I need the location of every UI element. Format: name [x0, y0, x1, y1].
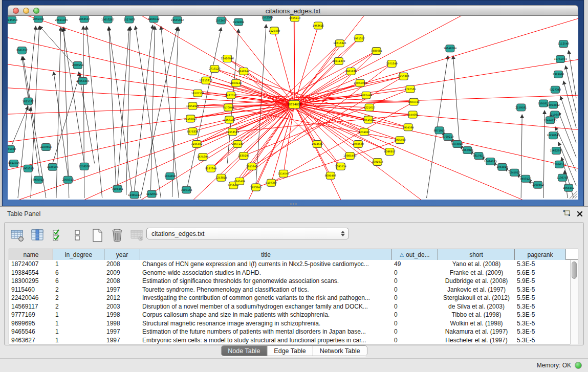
panel-splitter-handle[interactable]: [290, 203, 298, 206]
table-cell[interactable]: Estimation of significance thresholds fo…: [140, 277, 392, 286]
table-cell[interactable]: 2: [53, 294, 104, 302]
table-cell[interactable]: 5.3E-5: [515, 286, 566, 294]
graph-edge-red[interactable]: [214, 69, 408, 127]
table-cell[interactable]: Hescheler et al. (1997): [438, 336, 515, 345]
table-cell[interactable]: 22420046: [9, 294, 53, 302]
graph-edge-black[interactable]: [86, 26, 102, 198]
column-header-year[interactable]: year: [104, 249, 140, 260]
table-cell[interactable]: 1: [53, 311, 104, 319]
table-cell[interactable]: 5.5E-5: [515, 294, 566, 302]
table-cell[interactable]: 9699695: [9, 319, 53, 328]
table-row[interactable]: 946554611997Estimation of the future num…: [9, 327, 570, 336]
table-cell[interactable]: 49: [392, 260, 438, 269]
column-header-out_de[interactable]: △out_de...: [392, 249, 438, 260]
table-cell[interactable]: 14569117: [9, 302, 53, 311]
graph-edge-black[interactable]: [126, 27, 130, 195]
table-cell[interactable]: Genome-wide association studies in ADHD.: [140, 269, 392, 277]
table-scrollbar[interactable]: [570, 260, 578, 344]
table-row[interactable]: 946362711997Embryonic stem cells: a mode…: [9, 336, 570, 345]
memory-status-icon[interactable]: [575, 362, 582, 369]
table-cell[interactable]: 5.3E-5: [515, 302, 566, 311]
table-cell[interactable]: 5.3E-5: [515, 260, 566, 269]
scrollbar-thumb[interactable]: [572, 261, 577, 279]
graph-edge-black[interactable]: [569, 51, 576, 98]
graph-edge-red[interactable]: [252, 76, 403, 166]
table-row[interactable]: 911546021997Tourette syndrome. Phenomeno…: [9, 286, 570, 294]
table-cell[interactable]: 2003: [104, 302, 140, 311]
table-cell[interactable]: 5.3E-5: [515, 327, 566, 336]
graph-edge-red[interactable]: [294, 18, 295, 104]
table-cell[interactable]: 0: [392, 286, 438, 294]
table-cell[interactable]: Tibbo et al. (1998): [438, 311, 515, 319]
table-cell[interactable]: Estimation of the future numbers of pati…: [140, 327, 392, 336]
table-cell[interactable]: 1: [53, 327, 104, 336]
tab-node-table[interactable]: Node Table: [221, 346, 267, 356]
close-panel-icon[interactable]: [577, 210, 583, 219]
table-selector-dropdown[interactable]: citations_edges.txt: [146, 228, 349, 239]
column-header-title[interactable]: title: [140, 249, 392, 260]
graph-edge-black[interactable]: [22, 57, 28, 98]
table-cell[interactable]: 5.3E-5: [515, 336, 566, 345]
table-cell[interactable]: 1998: [104, 319, 140, 328]
table-cell[interactable]: 1: [53, 336, 104, 345]
table-mode-icon[interactable]: [10, 227, 25, 244]
table-cell[interactable]: 6: [53, 277, 104, 286]
table-cell[interactable]: 2: [53, 302, 104, 311]
show-columns-icon[interactable]: [30, 227, 45, 244]
graph-edge-black[interactable]: [83, 26, 84, 198]
table-cell[interactable]: Tourette syndrome. Phenomenology and cla…: [140, 286, 392, 294]
table-row[interactable]: 1872400712008Changes of HCN gene express…: [9, 260, 570, 269]
resize-grip-icon[interactable]: [570, 191, 577, 199]
table-cell[interactable]: Jankovic et al. (1997): [438, 286, 515, 294]
graph-edge-black[interactable]: [135, 25, 153, 191]
table-cell[interactable]: 2008: [104, 277, 140, 286]
table-cell[interactable]: 1: [53, 260, 104, 269]
graph-edge-red[interactable]: [294, 104, 570, 200]
table-cell[interactable]: 0: [392, 302, 438, 311]
table-cell[interactable]: Wolkin et al. (1998): [438, 319, 515, 328]
table-row[interactable]: 2242004622012Investigating the contribut…: [9, 294, 570, 302]
table-row[interactable]: 1938455462009Genome-wide association stu…: [9, 269, 570, 277]
table-cell[interactable]: 0: [392, 319, 438, 328]
table-cell[interactable]: 5.3E-5: [515, 311, 566, 319]
table-row[interactable]: 1830029562008Estimation of significance …: [9, 277, 570, 286]
table-cell[interactable]: 1998: [104, 311, 140, 319]
float-panel-icon[interactable]: [563, 210, 571, 219]
table-cell[interactable]: Embryonic stem cells: a model to study s…: [140, 336, 392, 345]
table-cell[interactable]: 2: [53, 286, 104, 294]
table-cell[interactable]: 0: [392, 269, 438, 277]
table-cell[interactable]: 18300295: [9, 277, 53, 286]
column-header-in_degree[interactable]: in_degree: [53, 249, 104, 260]
graph-edge-red[interactable]: [294, 43, 340, 104]
table-cell[interactable]: Disruption of a novel member of a sodium…: [140, 302, 392, 311]
graph-edge-red[interactable]: [8, 21, 294, 104]
table-cell[interactable]: 0: [392, 336, 438, 345]
table-cell[interactable]: Corpus callosum shape and size in male p…: [140, 311, 392, 319]
graph-edge-red[interactable]: [294, 92, 578, 104]
table-cell[interactable]: 18724007: [9, 260, 53, 269]
graph-edge-black[interactable]: [150, 26, 155, 190]
table-row[interactable]: 969969511998Structural magnetic resonanc…: [9, 319, 570, 328]
column-header-name[interactable]: name: [9, 249, 53, 260]
table-cell[interactable]: Dudbridge et al. (2008): [438, 277, 515, 286]
network-window-titlebar[interactable]: citations_edges.txt: [8, 5, 578, 16]
table-cell[interactable]: 9465546: [9, 327, 53, 336]
graph-edge-red[interactable]: [190, 76, 403, 119]
table-cell[interactable]: 0: [392, 327, 438, 336]
delete-column-icon[interactable]: [110, 227, 125, 244]
graph-edge-black[interactable]: [543, 111, 545, 198]
table-cell[interactable]: 9463627: [9, 336, 53, 345]
graph-edge-black[interactable]: [39, 26, 78, 69]
graph-edge-black[interactable]: [53, 73, 80, 163]
graph-edge-black[interactable]: [109, 27, 116, 185]
column-header-pagerank[interactable]: pagerank: [515, 249, 566, 260]
graph-edge-red[interactable]: [294, 83, 360, 104]
table-cell[interactable]: Nakamura et al. (1997): [438, 327, 515, 336]
table-cell[interactable]: 0: [392, 294, 438, 302]
graph-edge-red[interactable]: [232, 115, 412, 132]
table-cell[interactable]: 0: [392, 277, 438, 286]
table-cell[interactable]: 5.3E-5: [515, 319, 566, 328]
column-header-short[interactable]: short: [438, 249, 515, 260]
graph-edge-black[interactable]: [136, 26, 161, 198]
table-cell[interactable]: Yano et al. (2008): [438, 260, 515, 269]
